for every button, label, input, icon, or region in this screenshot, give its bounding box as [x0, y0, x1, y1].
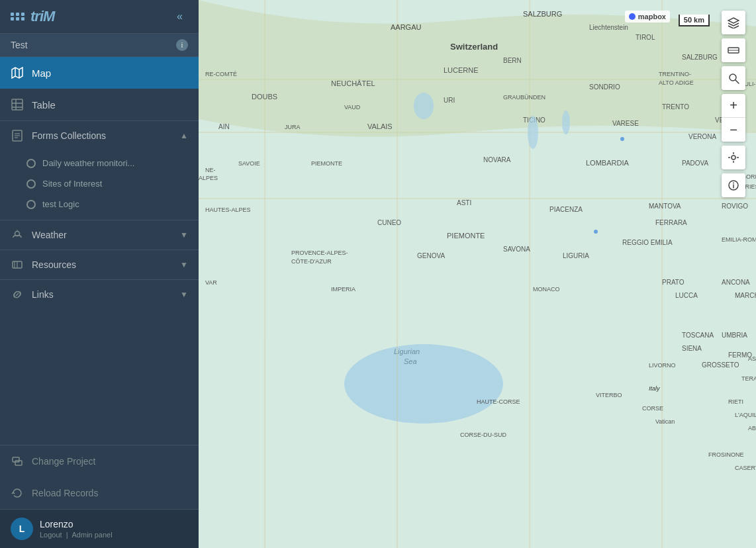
change-project-icon: [11, 455, 24, 468]
weather-chevron: ▼: [180, 230, 188, 240]
svg-text:LUCCA: LUCCA: [675, 292, 698, 299]
svg-point-110: [594, 230, 598, 234]
change-project-label: Change Project: [32, 456, 96, 467]
collection-item-0[interactable]: Daily weather monitori...: [0, 153, 199, 173]
sidebar-header: triM «: [0, 0, 199, 34]
map-svg: Ligurian Sea AARGAU SALZBURG Switzerland…: [199, 0, 756, 548]
map-layers-group: [722, 11, 745, 34]
svg-text:DOUBS: DOUBS: [252, 93, 277, 101]
svg-point-107: [528, 116, 538, 149]
map-search-button[interactable]: [722, 66, 745, 90]
svg-text:PADOVA: PADOVA: [682, 160, 709, 167]
weather-icon: [11, 228, 24, 242]
zoom-in-button[interactable]: +: [722, 94, 745, 118]
admin-panel-link[interactable]: Admin panel: [72, 531, 113, 539]
svg-text:FERRARA: FERRARA: [655, 219, 687, 226]
map-search-group: [722, 66, 745, 90]
svg-text:CORSE-DU-SUD: CORSE-DU-SUD: [460, 432, 507, 438]
collection-item-label-1: Sites of Interest: [42, 179, 102, 189]
user-name: Lorenzo: [40, 519, 188, 529]
svg-line-115: [735, 80, 739, 83]
logo-dots: [11, 13, 25, 21]
collection-item-1[interactable]: Sites of Interest: [0, 173, 199, 194]
reload-records-item[interactable]: Reload Records: [0, 477, 199, 509]
svg-text:LIGURIA: LIGURIA: [563, 252, 589, 259]
svg-text:TERAMO: TERAMO: [741, 375, 756, 382]
logo-dot-2: [16, 13, 19, 16]
reload-records-icon: [11, 486, 24, 500]
zoom-in-icon: +: [730, 98, 737, 113]
project-name: Test: [11, 40, 28, 50]
zoom-out-button[interactable]: −: [722, 118, 745, 142]
logout-link[interactable]: Logout: [40, 531, 62, 539]
forms-collections-header[interactable]: Forms Collections ▲: [0, 121, 199, 150]
svg-text:PIEMONTE: PIEMONTE: [311, 160, 342, 167]
svg-text:LOMBARDIA: LOMBARDIA: [586, 159, 629, 167]
links-section: Links ▼: [0, 279, 199, 309]
logo-dot-5: [16, 17, 19, 21]
svg-text:RIETI: RIETI: [728, 398, 743, 405]
logo-text: triM: [30, 8, 54, 25]
svg-text:SAVONA: SAVONA: [503, 246, 530, 253]
weather-section: Weather ▼: [0, 220, 199, 250]
svg-text:TIROL: TIROL: [636, 34, 655, 41]
links-icon: [11, 288, 24, 301]
svg-text:PROVENCE-ALPES-: PROVENCE-ALPES-: [291, 250, 348, 256]
map-background: Ligurian Sea AARGAU SALZBURG Switzerland…: [199, 0, 756, 548]
svg-text:FROSINONE: FROSINONE: [708, 451, 744, 458]
map-view-button[interactable]: [722, 38, 745, 62]
radio-circle-0: [26, 159, 36, 168]
collection-item-2[interactable]: test Logic: [0, 194, 199, 214]
links-header-left: Links: [11, 288, 54, 301]
map-view-group: [722, 38, 745, 62]
layers-button[interactable]: [722, 11, 745, 34]
nav-item-table[interactable]: Table: [0, 89, 199, 120]
forms-collections-chevron: ▲: [180, 131, 188, 140]
nav-table-label: Table: [32, 99, 56, 111]
svg-text:ASCOLI PICENO: ASCOLI PICENO: [748, 355, 756, 362]
resources-header-left: Resources: [11, 258, 76, 271]
svg-text:EMILIA-ROMAGNA: EMILIA-ROMAGNA: [722, 236, 756, 243]
logo-icon: [11, 13, 25, 21]
svg-rect-17: [15, 461, 22, 465]
svg-text:Sea: Sea: [404, 357, 417, 365]
table-icon: [11, 98, 24, 111]
map-info-button[interactable]: [722, 173, 745, 197]
svg-point-20: [344, 344, 503, 424]
resources-label: Resources: [32, 259, 76, 270]
svg-text:VALAIS: VALAIS: [367, 122, 393, 130]
logo-area: triM: [11, 8, 54, 25]
location-button[interactable]: [722, 146, 745, 169]
collapse-sidebar-button[interactable]: «: [171, 8, 188, 25]
svg-text:Switzerland: Switzerland: [450, 42, 498, 52]
info-button[interactable]: i: [176, 39, 188, 51]
links-label: Links: [32, 289, 54, 300]
svg-point-116: [732, 156, 735, 160]
sidebar: triM « Test i Map Table: [0, 0, 199, 548]
user-links-separator: |: [66, 531, 68, 539]
map-zoom-group: + −: [722, 94, 745, 142]
svg-text:CASERTA: CASERTA: [735, 465, 756, 471]
logo-dot-1: [11, 13, 14, 16]
resources-header[interactable]: Resources ▼: [0, 250, 199, 279]
svg-text:VARESE: VARESE: [612, 120, 639, 127]
svg-text:NOVARA: NOVARA: [483, 156, 511, 163]
links-header[interactable]: Links ▼: [0, 280, 199, 309]
resources-section: Resources ▼: [0, 250, 199, 279]
svg-text:CÔTE-D'AZUR: CÔTE-D'AZUR: [291, 258, 332, 265]
map-location-group: [722, 146, 745, 169]
change-project-item[interactable]: Change Project: [0, 445, 199, 477]
svg-text:Liechtenstein: Liechtenstein: [589, 24, 628, 31]
svg-text:TRENTO: TRENTO: [662, 103, 689, 111]
weather-header[interactable]: Weather ▼: [0, 220, 199, 250]
svg-text:PIEMONTE: PIEMONTE: [447, 232, 485, 240]
svg-text:VERONA: VERONA: [688, 133, 717, 140]
svg-text:ANCONA: ANCONA: [722, 279, 750, 286]
nav-item-map[interactable]: Map: [0, 57, 199, 89]
collection-item-label-0: Daily weather monitori...: [42, 158, 134, 168]
reload-records-label: Reload Records: [32, 488, 98, 498]
svg-text:LUCERNE: LUCERNE: [444, 66, 479, 74]
links-chevron: ▼: [180, 290, 188, 299]
svg-text:Ligurian: Ligurian: [394, 347, 420, 355]
svg-text:TOSCANA: TOSCANA: [682, 332, 714, 339]
